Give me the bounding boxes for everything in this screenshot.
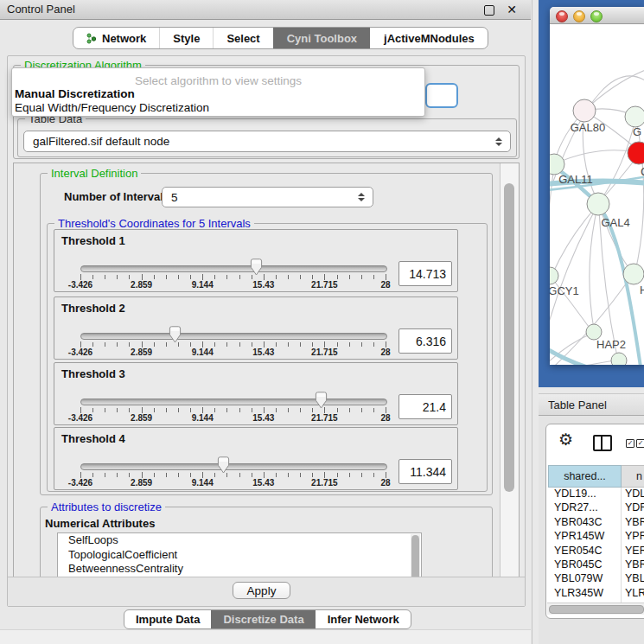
threshold-2-value-field[interactable] [399, 328, 452, 354]
slider-tick [337, 275, 338, 279]
dropdown-option-equal-width-frequency[interactable]: Equal Width/Frequency Discretization [15, 101, 209, 114]
tab-cyni-toolbox[interactable]: Cyni Toolbox [273, 28, 370, 48]
slider-tick [142, 472, 143, 478]
checkbox-icon[interactable]: ✓ [636, 439, 644, 448]
numerical-attributes-list[interactable]: SelfLoopsTopologicalCoefficientBetweenne… [57, 532, 422, 579]
checkbox-icon[interactable]: ✓ [626, 439, 634, 448]
combobox-spinner-icon [495, 137, 502, 146]
window-minimize-button[interactable] [573, 10, 585, 22]
apply-button[interactable]: Apply [233, 582, 290, 599]
bottom-tab-bar: Impute DataDiscretize DataInfer Network [124, 609, 411, 629]
slider-track[interactable] [80, 399, 387, 405]
tab-jactivemnodules[interactable]: jActiveMNodules [370, 28, 488, 48]
threshold-1-value-field[interactable] [399, 261, 452, 286]
slider-track[interactable] [80, 265, 387, 272]
column-header-name[interactable]: n [622, 465, 644, 488]
slider-tick [386, 274, 386, 280]
table-data-combobox[interactable]: galFiltered.sif default node [23, 131, 511, 152]
threshold-4-value-field[interactable] [399, 459, 452, 484]
slider-tick [337, 342, 338, 347]
cell-shared-name: YBR045C [548, 558, 622, 572]
slider-thumb[interactable] [315, 392, 328, 409]
threshold-1-slider[interactable]: -3.4262.8599.14415.4321.71528 [80, 254, 386, 292]
slider-tick [386, 341, 386, 348]
thresholds-title: Threshold's Coordinates for 5 Intervals [54, 217, 254, 230]
number-of-intervals-combobox[interactable]: 5 [162, 187, 373, 207]
cell-name: YLR3 [622, 587, 644, 601]
gear-icon[interactable]: ⚙ [558, 431, 573, 449]
dropdown-option-manual-discretization[interactable]: Manual Discretization [15, 87, 135, 100]
slider-tick [349, 473, 350, 477]
slider-thumb[interactable] [250, 258, 263, 276]
threshold-4-slider[interactable]: -3.4262.8599.14415.4321.71528 [80, 452, 386, 490]
slider-thumb[interactable] [169, 326, 182, 343]
tab-select[interactable]: Select [213, 28, 272, 48]
slider-track[interactable] [80, 333, 387, 340]
slider-track[interactable] [80, 463, 387, 470]
threshold-2-slider[interactable]: -3.4262.8599.14415.4321.71528 [80, 322, 386, 360]
network-node-gcy1[interactable] [550, 267, 558, 284]
window-zoom-button[interactable] [590, 10, 603, 22]
slider-scale-label: 28 [380, 348, 390, 357]
network-node[interactable] [611, 353, 627, 365]
network-edge[interactable] [550, 166, 554, 363]
slider-tick [264, 472, 265, 478]
slider-tick [276, 473, 277, 477]
slider-tick [361, 473, 362, 477]
slider-tick [142, 274, 143, 280]
list-scrollbar[interactable] [411, 534, 420, 579]
network-node-label: C [641, 165, 644, 178]
network-node-g[interactable] [625, 106, 644, 127]
threshold-3-slider[interactable]: -3.4262.8599.14415.4321.71528 [80, 387, 386, 425]
tab-impute-data[interactable]: Impute Data [124, 610, 211, 628]
slider-tick [190, 408, 191, 412]
float-icon[interactable] [484, 5, 494, 16]
slider-thumb[interactable] [217, 456, 230, 474]
table-row[interactable]: YBR043CYBR0 [548, 516, 644, 530]
table-horizontal-scrollbar[interactable] [547, 603, 644, 615]
slider-tick [178, 408, 179, 412]
network-edge[interactable] [590, 207, 597, 329]
tab-style[interactable]: Style [159, 28, 213, 48]
table-header-row: shared... n [548, 465, 644, 488]
network-canvas[interactable]: GAL80GCGAL11GAL4GCY1HHAP2 [550, 24, 644, 365]
algorithm-combobox-focus-fragment[interactable] [425, 83, 458, 108]
slider-tick [349, 275, 350, 279]
table-row[interactable]: YPR145WYPR1 [548, 530, 644, 544]
slider-tick [288, 342, 289, 347]
table-row[interactable]: YER054CYER0 [548, 545, 644, 558]
slider-tick [373, 473, 374, 477]
network-node-gal4[interactable] [587, 193, 609, 215]
column-header-shared[interactable]: shared... [548, 465, 622, 488]
close-icon[interactable]: ✕ [507, 3, 517, 16]
cell-name: YDL1 [622, 488, 644, 501]
cell-shared-name: YBR043C [548, 516, 622, 530]
tab-discretize-data[interactable]: Discretize Data [211, 610, 315, 628]
attribute-item-betweennesscentrality[interactable]: BetweennessCentrality [58, 562, 421, 577]
slider-tick [349, 408, 350, 412]
slider-tick [239, 473, 240, 477]
settings-vertical-scrollbar[interactable] [500, 163, 519, 578]
split-view-icon[interactable] [593, 435, 612, 451]
attribute-item-topologicalcoefficient[interactable]: TopologicalCoefficient [58, 548, 421, 563]
network-node-gal80[interactable] [573, 99, 596, 122]
table-row[interactable]: YDR27...YDR2 [548, 501, 644, 515]
table-row[interactable]: YBR045CYBR0 [548, 558, 644, 572]
tab-network[interactable]: Network [73, 28, 159, 48]
threshold-3-value-field[interactable] [399, 394, 452, 419]
scrollbar-thumb[interactable] [549, 605, 644, 614]
threshold-3-label: Threshold 3 [61, 367, 125, 380]
tab-infer-network[interactable]: Infer Network [316, 610, 411, 628]
slider-tick [117, 342, 118, 347]
attribute-item-selfloops[interactable]: SelfLoops [58, 533, 421, 548]
table-row[interactable]: YDL19...YDL1 [548, 488, 644, 501]
window-close-button[interactable] [556, 10, 568, 22]
cell-name: YPR1 [622, 530, 644, 544]
slider-scale-label: 2.859 [131, 413, 152, 423]
slider-tick [105, 275, 105, 279]
slider-tick [312, 275, 313, 279]
table-row[interactable]: YBL079WYBL0 [548, 572, 644, 586]
table-row[interactable]: YLR345WYLR3 [548, 587, 644, 601]
network-node-c[interactable] [628, 142, 644, 164]
network-node-h[interactable] [623, 264, 644, 284]
